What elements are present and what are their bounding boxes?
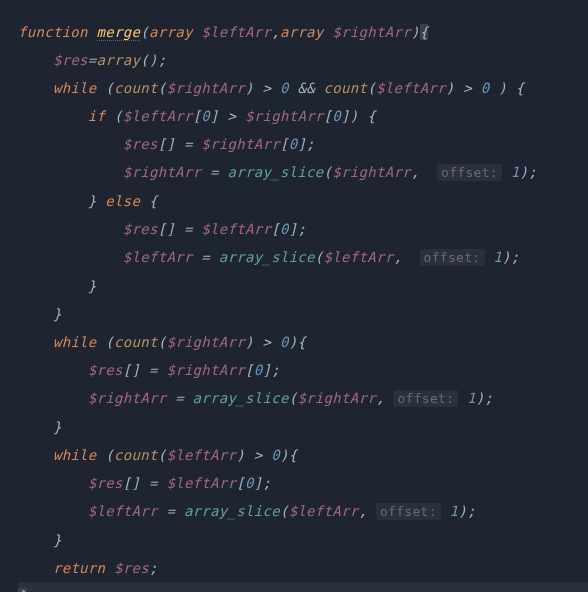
function-name: merge	[97, 24, 141, 41]
code-line[interactable]: $leftArr = array_slice($leftArr, offset:…	[18, 243, 588, 272]
code-line[interactable]: return $res;	[18, 554, 588, 582]
code-line[interactable]: }	[18, 526, 588, 554]
code-line[interactable]: $res[] = $leftArr[0];	[18, 215, 588, 243]
parameter-hint: offset:	[376, 503, 441, 520]
code-line-cursor[interactable]: }	[18, 582, 588, 592]
code-line[interactable]: $res[] = $rightArr[0];	[18, 130, 588, 158]
code-line[interactable]: }	[18, 272, 588, 300]
code-editor[interactable]: function merge(array $leftArr,array $rig…	[18, 18, 588, 592]
code-line[interactable]: }	[18, 413, 588, 441]
code-line[interactable]: function merge(array $leftArr,array $rig…	[18, 18, 588, 46]
code-line[interactable]: $rightArr = array_slice($rightArr, offse…	[18, 158, 588, 187]
code-line[interactable]: if ($leftArr[0] > $rightArr[0]) {	[18, 102, 588, 130]
keyword-function: function	[18, 24, 88, 40]
parameter-hint: offset:	[437, 164, 502, 181]
code-line[interactable]: while (count($rightArr) > 0 && count($le…	[18, 74, 588, 102]
code-line[interactable]: $res[] = $rightArr[0];	[18, 356, 588, 384]
parameter-hint: offset:	[420, 249, 485, 266]
code-line[interactable]: while (count($leftArr) > 0){	[18, 441, 588, 469]
code-line[interactable]: }	[18, 300, 588, 328]
code-line[interactable]: $res[] = $leftArr[0];	[18, 469, 588, 497]
code-line[interactable]: $res=array();	[18, 46, 588, 74]
brace-highlight: }	[18, 588, 27, 592]
code-line[interactable]: while (count($rightArr) > 0){	[18, 328, 588, 356]
code-line[interactable]: $leftArr = array_slice($leftArr, offset:…	[18, 497, 588, 526]
code-line[interactable]: $rightArr = array_slice($rightArr, offse…	[18, 384, 588, 413]
brace-highlight: {	[420, 24, 429, 40]
parameter-hint: offset:	[393, 390, 458, 407]
code-line[interactable]: } else {	[18, 187, 588, 215]
